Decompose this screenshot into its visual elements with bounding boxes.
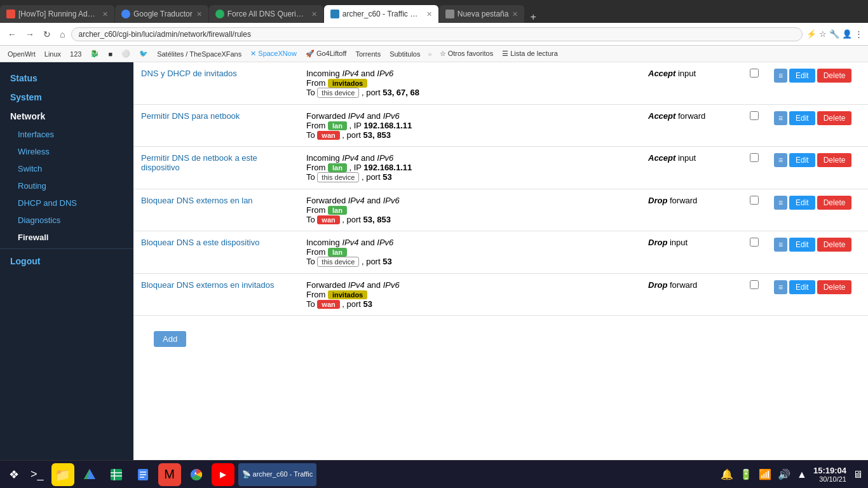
rule-list-button[interactable]: ≡	[774, 280, 787, 294]
sidebar-item-network[interactable]: Network	[0, 107, 133, 126]
taskbar-youtube-app[interactable]: ▶	[212, 463, 234, 486]
taskbar-date-display: 30/10/21	[813, 475, 846, 483]
taskbar-wifi-icon[interactable]: 📶	[759, 468, 771, 480]
rule-checkbox[interactable]	[750, 153, 759, 162]
tab-3-close[interactable]: ✕	[311, 10, 317, 18]
rule-checkbox[interactable]	[750, 69, 759, 78]
bookmark-lista[interactable]: ☰ Lista de lectura	[499, 49, 560, 58]
bookmark-satelites[interactable]: Satélites / TheSpaceXFans	[154, 50, 244, 58]
tab-5[interactable]: Nueva pestaña ✕	[439, 5, 525, 23]
tab-1-close[interactable]: ✕	[102, 10, 108, 18]
menu-icon[interactable]: ⋮	[855, 29, 863, 39]
bookmark-bing[interactable]: ■	[105, 50, 115, 58]
tab-2-close[interactable]: ✕	[196, 10, 202, 18]
rule-list-button[interactable]: ≡	[774, 196, 787, 210]
bookmark-torrents[interactable]: Torrents	[353, 50, 383, 58]
rule-list-button[interactable]: ≡	[774, 69, 787, 83]
taskbar-sheets-app[interactable]	[105, 463, 128, 486]
bookmark-subtitulos[interactable]: Subtitulos	[387, 50, 423, 58]
sidebar-item-routing[interactable]: Routing	[0, 177, 133, 194]
taskbar-gmail-app[interactable]: M	[158, 463, 181, 486]
bookmark-otros[interactable]: ☆ Otros favoritos	[437, 49, 496, 58]
taskbar-screen-icon[interactable]: 🖥	[853, 469, 863, 480]
taskbar-time-display: 15:19:04	[813, 466, 846, 475]
rule-checkbox[interactable]	[750, 238, 759, 247]
rule-checkbox-cell	[742, 105, 766, 147]
rule-edit-button[interactable]: Edit	[789, 111, 815, 125]
sidebar-item-wireless[interactable]: Wireless	[0, 143, 133, 160]
rule-action: Accept forward	[648, 111, 705, 121]
taskbar-terminal-button[interactable]: >_	[27, 465, 48, 484]
address-input[interactable]	[71, 27, 803, 41]
bookmark-linux[interactable]: Linux	[42, 50, 64, 58]
taskbar-time: 15:19:04 30/10/21	[813, 466, 846, 483]
rule-delete-button[interactable]: Delete	[817, 153, 852, 167]
sidebar-item-status[interactable]: Status	[0, 69, 133, 88]
bookmark-github[interactable]: ⚪	[119, 49, 133, 58]
taskbar-volume-icon[interactable]: 🔊	[778, 468, 790, 480]
back-button[interactable]: ←	[5, 28, 19, 41]
taskbar-up-icon[interactable]: ▲	[797, 469, 807, 480]
tab-3-label: Force All DNS Queries Thro...	[227, 10, 308, 18]
tab-3[interactable]: Force All DNS Queries Thro... ✕	[209, 5, 323, 23]
taskbar-start-button[interactable]: ❖	[5, 465, 23, 484]
new-tab-button[interactable]: +	[525, 11, 541, 23]
sidebar-item-system[interactable]: System	[0, 88, 133, 107]
taskbar-drive-app[interactable]	[78, 463, 101, 486]
bookmark-reddit[interactable]: 🐉	[88, 49, 102, 58]
rule-detail-cell: Incoming IPv4 and IPv6From lanTo this de…	[299, 231, 641, 274]
sidebar-item-interfaces[interactable]: Interfaces	[0, 126, 133, 143]
table-row: Bloquear DNS externos en invitadosForwar…	[133, 274, 868, 316]
taskbar-files-app[interactable]: 📁	[51, 463, 74, 486]
rule-checkbox[interactable]	[750, 280, 759, 289]
bookmark-twitter[interactable]: 🐦	[137, 49, 151, 58]
rule-checkbox[interactable]	[750, 111, 759, 120]
extensions-icon[interactable]: 🔧	[829, 29, 839, 39]
bookmark-123[interactable]: 123	[67, 50, 84, 58]
rule-edit-button[interactable]: Edit	[789, 238, 815, 252]
tab-4[interactable]: archer_c60 - Traffic Rules - ✕	[324, 5, 438, 23]
rule-to-line: To this device , port 53	[306, 257, 633, 267]
taskbar-battery-icon[interactable]: 🔋	[740, 468, 752, 480]
rule-edit-button[interactable]: Edit	[789, 69, 815, 83]
reload-button[interactable]: ↻	[41, 28, 53, 41]
rule-detail-cell: Incoming IPv4 and IPv6From invitadosTo t…	[299, 62, 641, 105]
star-icon[interactable]: ☆	[819, 29, 827, 39]
translate-icon[interactable]: ⚡	[806, 29, 817, 39]
rule-delete-button[interactable]: Delete	[817, 111, 852, 125]
add-button[interactable]: Add	[154, 331, 186, 347]
bookmark-spacexnow[interactable]: ✕ SpaceXNow	[248, 49, 299, 58]
forward-button[interactable]: →	[23, 28, 37, 41]
bookmark-openwrt[interactable]: OpenWrt	[5, 50, 38, 58]
rule-checkbox[interactable]	[750, 196, 759, 205]
profile-icon[interactable]: 👤	[842, 29, 852, 39]
rule-list-button[interactable]: ≡	[774, 238, 787, 252]
home-button[interactable]: ⌂	[57, 28, 67, 41]
rule-delete-button[interactable]: Delete	[817, 238, 852, 252]
taskbar-notification-icon[interactable]: 🔔	[721, 468, 733, 480]
tab-1[interactable]: [HowTo] Running Adguard ✕	[0, 5, 114, 23]
rule-edit-button[interactable]: Edit	[789, 153, 815, 167]
tab-5-close[interactable]: ✕	[512, 10, 518, 18]
rule-delete-button[interactable]: Delete	[817, 196, 852, 210]
sidebar-item-dhcp-dns[interactable]: DHCP and DNS	[0, 194, 133, 212]
rule-edit-button[interactable]: Edit	[789, 280, 815, 294]
rule-list-button[interactable]: ≡	[774, 153, 787, 167]
rule-delete-button[interactable]: Delete	[817, 69, 852, 83]
sidebar-item-logout[interactable]: Logout	[0, 252, 133, 271]
taskbar-active-window[interactable]: 📡 archer_c60 - Traffic	[238, 463, 317, 486]
rule-edit-button[interactable]: Edit	[789, 196, 815, 210]
taskbar-docs-app[interactable]	[132, 463, 154, 486]
sidebar-item-switch[interactable]: Switch	[0, 160, 133, 177]
tab-2[interactable]: Google Traductor ✕	[115, 5, 208, 23]
bookmark-go4liftoff[interactable]: 🚀 Go4Liftoff	[303, 49, 349, 58]
rule-delete-button[interactable]: Delete	[817, 280, 852, 294]
sidebar-item-diagnostics[interactable]: Diagnostics	[0, 212, 133, 229]
add-button-container: Add	[133, 316, 868, 362]
to-zone-tag: wan	[317, 215, 339, 224]
taskbar-chrome-app[interactable]	[185, 463, 208, 486]
rule-list-button[interactable]: ≡	[774, 111, 787, 125]
rule-from-line: From lan , IP 192.168.1.11	[306, 121, 633, 130]
tab-4-close[interactable]: ✕	[426, 10, 432, 18]
sidebar-item-firewall[interactable]: Firewall	[0, 229, 133, 246]
